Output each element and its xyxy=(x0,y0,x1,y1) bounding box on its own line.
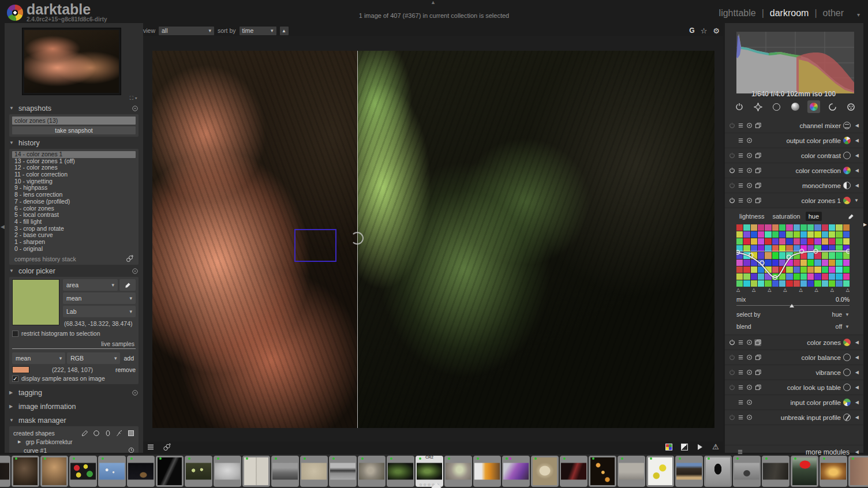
color-picker-header[interactable]: ▼ color picker xyxy=(9,265,139,277)
presets-icon[interactable] xyxy=(737,384,744,391)
picker-mode-dropdown[interactable]: area▾ xyxy=(63,279,118,291)
filmstrip-thumbnail-dark-edge[interactable] xyxy=(0,456,10,487)
mask-group-row[interactable]: ▶ grp Farbkorrektur xyxy=(12,437,136,446)
power-icon[interactable] xyxy=(728,182,735,189)
filmstrip-thumbnail-red-tulip[interactable] xyxy=(791,456,818,487)
remove-sample-button[interactable]: remove xyxy=(115,366,136,373)
filmstrip-thumbnail-peppers[interactable] xyxy=(69,456,97,487)
instance-icon[interactable] xyxy=(754,384,761,391)
color-zones-markers[interactable]: △△△△△△△△ xyxy=(736,287,850,292)
module-output-color-profile[interactable]: output color profile◀ xyxy=(725,133,863,148)
power-icon[interactable] xyxy=(728,152,735,159)
right-panel-collapse-handle[interactable]: ▶ xyxy=(863,222,867,227)
tab-hue[interactable]: hue xyxy=(806,212,822,221)
power-icon[interactable] xyxy=(728,339,735,346)
power-icon[interactable] xyxy=(728,384,735,391)
eyedropper-icon[interactable] xyxy=(848,213,854,220)
history-item[interactable]: 14 - color zones 1 xyxy=(12,151,136,158)
path-tool-icon[interactable] xyxy=(81,430,88,437)
gamut-check-icon[interactable]: ⚠ xyxy=(712,443,720,451)
hamburger-icon[interactable] xyxy=(147,443,155,451)
history-header[interactable]: ▼ history xyxy=(9,137,139,149)
module-expand-arrow[interactable]: ◀ xyxy=(853,183,859,188)
filmstrip-thumbnail-deer-eye[interactable] xyxy=(40,456,68,487)
instance-icon[interactable] xyxy=(754,122,761,129)
instance-icon[interactable] xyxy=(754,167,761,174)
grouping-icon[interactable] xyxy=(163,443,171,451)
bottom-panel-collapse-handle[interactable] xyxy=(431,483,442,488)
filmstrip-thumbnail-panorama-bw[interactable] xyxy=(329,456,357,487)
module-color-contrast[interactable]: color contrast◀ xyxy=(725,148,863,163)
filmstrip-thumbnail-gravel[interactable] xyxy=(300,456,328,487)
module-color-zones[interactable]: color zones◀ xyxy=(725,335,863,350)
history-item[interactable]: 4 - fill light xyxy=(12,219,136,226)
group-tab-color-group[interactable] xyxy=(807,100,820,113)
reset-icon[interactable] xyxy=(746,167,753,174)
module-expand-arrow[interactable]: ◀ xyxy=(853,415,859,420)
module-expand-arrow[interactable]: ▼ xyxy=(853,198,859,203)
filmstrip-thumbnail-branch-sky[interactable] xyxy=(98,456,126,487)
filmstrip-thumbnail-washbasin[interactable] xyxy=(214,456,241,487)
module-expand-arrow[interactable]: ◀ xyxy=(853,370,859,375)
instance-icon[interactable] xyxy=(754,197,761,204)
module-expand-arrow[interactable]: ◀ xyxy=(853,340,859,345)
filmstrip-thumbnail-arched-window[interactable] xyxy=(704,456,732,487)
edited-photo[interactable] xyxy=(152,51,714,428)
power-icon[interactable] xyxy=(728,122,735,129)
module-expand-arrow[interactable]: ◀ xyxy=(853,153,859,158)
mask-manager-header[interactable]: ▼ mask manager xyxy=(9,414,139,426)
filmstrip-thumbnail-fern-dark[interactable] xyxy=(387,456,414,487)
select-by-dropdown[interactable]: select by hue ▼ xyxy=(736,311,850,318)
zoom-dropdown-caret[interactable]: ▾ xyxy=(135,95,137,101)
filmstrip-thumbnail-dark-roof[interactable] xyxy=(762,456,790,487)
reset-icon[interactable] xyxy=(132,389,139,396)
reset-icon[interactable] xyxy=(132,105,139,112)
sort-direction-button[interactable]: ▲ xyxy=(280,27,289,35)
compress-history-icon[interactable] xyxy=(126,255,133,262)
filmstrip-thumbnail-purple-hair[interactable] xyxy=(502,456,530,487)
navigation-thumbnail[interactable] xyxy=(22,28,121,95)
gradient-tool-icon[interactable] xyxy=(128,430,134,437)
instance-icon[interactable] xyxy=(754,152,761,159)
instance-icon[interactable] xyxy=(754,369,761,376)
mix-slider-marker[interactable] xyxy=(790,304,794,307)
filmstrip-thumbnail-cracked-wall[interactable] xyxy=(242,456,270,487)
power-icon[interactable] xyxy=(728,197,735,204)
tagging-header[interactable]: ▶ tagging xyxy=(9,386,139,399)
reset-icon[interactable] xyxy=(746,137,753,144)
darkroom-canvas[interactable] xyxy=(143,36,723,441)
module-expand-arrow[interactable]: ◀ xyxy=(853,168,859,173)
presets-icon[interactable] xyxy=(737,152,744,159)
reset-icon[interactable] xyxy=(746,152,753,159)
module-color-correction[interactable]: color correction◀ xyxy=(725,163,863,178)
take-snapshot-button[interactable]: take snapshot xyxy=(12,126,136,134)
reset-icon[interactable] xyxy=(746,339,753,346)
reset-icon[interactable] xyxy=(132,268,139,275)
left-panel-collapse-handle[interactable]: ◀ xyxy=(1,224,5,230)
filmstrip-thumbnail-boar-face[interactable] xyxy=(12,456,39,487)
module-monochrome[interactable]: monochrome◀ xyxy=(725,178,863,193)
reset-icon[interactable] xyxy=(746,354,753,361)
zone-marker-triangle[interactable]: △ xyxy=(830,287,834,292)
tab-saturation[interactable]: saturation xyxy=(769,212,803,221)
presets-icon[interactable] xyxy=(737,167,744,174)
filmstrip-thumbnail-cigarette-smoke[interactable] xyxy=(127,456,155,487)
zoom-fit-icon[interactable]: ⛶ xyxy=(130,95,133,101)
view-filter-dropdown[interactable]: all▾ xyxy=(159,27,214,35)
eyedropper-button[interactable] xyxy=(119,279,136,291)
module-expand-arrow[interactable]: ◀ xyxy=(853,123,859,128)
view-item-other[interactable]: other xyxy=(823,8,844,18)
zone-marker-triangle[interactable]: △ xyxy=(846,287,850,292)
brush-tool-icon[interactable] xyxy=(116,430,123,437)
image-information-header[interactable]: ▶ image information xyxy=(9,400,139,412)
filmstrip-thumbnail-juice-glass[interactable] xyxy=(473,456,501,487)
zone-marker-triangle[interactable]: △ xyxy=(815,287,818,292)
module-input-color-profile[interactable]: input color profile◀ xyxy=(725,395,863,410)
filmstrip-thumbnail-face-edge[interactable] xyxy=(848,456,868,487)
zone-marker-triangle[interactable]: △ xyxy=(752,287,755,292)
filmstrip[interactable]: CR2☆☆☆☆☆ xyxy=(0,455,868,488)
presets-icon[interactable] xyxy=(737,122,744,129)
ellipse-tool-icon[interactable] xyxy=(104,430,111,437)
filmstrip-thumbnail-candle-rows[interactable] xyxy=(589,456,616,487)
filmstrip-thumbnail-plant-sprouts[interactable] xyxy=(185,456,212,487)
